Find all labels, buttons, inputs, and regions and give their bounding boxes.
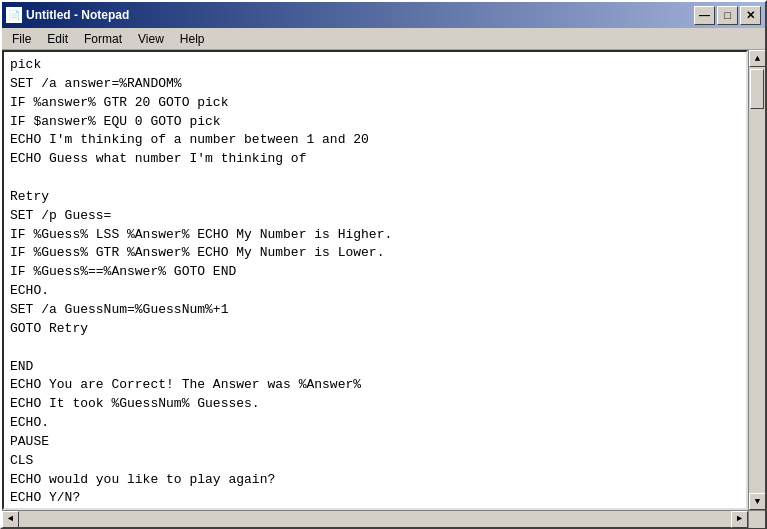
- scroll-right-button[interactable]: ►: [731, 511, 748, 528]
- minimize-button[interactable]: —: [694, 6, 715, 25]
- title-bar: 📄 Untitled - Notepad — □ ✕: [2, 2, 765, 28]
- menu-file[interactable]: File: [4, 30, 39, 48]
- title-buttons: — □ ✕: [694, 6, 761, 25]
- content-area: ▲ ▼: [2, 50, 765, 510]
- bottom-bar: ◄ ►: [2, 510, 765, 527]
- text-editor[interactable]: [2, 50, 748, 510]
- menu-edit[interactable]: Edit: [39, 30, 76, 48]
- maximize-button[interactable]: □: [717, 6, 738, 25]
- menu-format[interactable]: Format: [76, 30, 130, 48]
- vertical-scrollbar: ▲ ▼: [748, 50, 765, 510]
- title-bar-left: 📄 Untitled - Notepad: [6, 7, 129, 23]
- scroll-up-button[interactable]: ▲: [749, 50, 765, 67]
- scroll-left-button[interactable]: ◄: [2, 511, 19, 528]
- horizontal-scrollbar: ◄ ►: [2, 511, 748, 527]
- scroll-down-button[interactable]: ▼: [749, 493, 765, 510]
- h-scroll-track[interactable]: [19, 511, 731, 527]
- menu-bar: File Edit Format View Help: [2, 28, 765, 50]
- scroll-corner: [748, 511, 765, 528]
- menu-view[interactable]: View: [130, 30, 172, 48]
- scroll-thumb[interactable]: [750, 69, 764, 109]
- close-button[interactable]: ✕: [740, 6, 761, 25]
- window-title: Untitled - Notepad: [26, 8, 129, 22]
- main-window: 📄 Untitled - Notepad — □ ✕ File Edit For…: [0, 0, 767, 529]
- menu-help[interactable]: Help: [172, 30, 213, 48]
- scroll-track[interactable]: [749, 67, 765, 493]
- app-icon: 📄: [6, 7, 22, 23]
